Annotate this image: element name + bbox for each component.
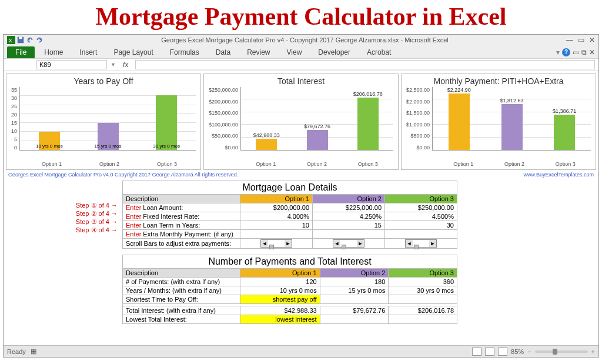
website-link[interactable]: www.BuyExcelTemplates.com: [523, 172, 594, 178]
table1-caption: Mortgage Loan Details: [122, 181, 457, 194]
zoom-in-button[interactable]: +: [591, 348, 595, 355]
status-ready: Ready: [7, 348, 26, 355]
cell-value[interactable]: $250,000.00: [385, 203, 457, 212]
cell-value: 180: [320, 278, 389, 286]
extra-payment-scrollbar[interactable]: ◄►: [260, 239, 292, 248]
cell-value[interactable]: 15: [313, 221, 385, 230]
cell-value: $206,016.78: [389, 306, 457, 315]
view-normal-button[interactable]: [472, 348, 481, 356]
scroll-right-icon[interactable]: ►: [429, 240, 436, 247]
chart-bar: $42,988.33: [256, 139, 277, 150]
view-page-break-button[interactable]: [498, 348, 507, 356]
worksheet-area: Years to Pay Off3530252015105010 yrs 0 m…: [4, 71, 598, 345]
tab-page-layout[interactable]: Page Layout: [106, 46, 160, 58]
tab-home[interactable]: Home: [37, 46, 70, 58]
cell-value: [320, 315, 389, 324]
ribbon-close-icon[interactable]: ✕: [589, 48, 595, 56]
copyright-text: Georges Excel Mortgage Calculator Pro v4…: [8, 172, 238, 178]
quick-access-toolbar: X: [7, 36, 44, 44]
tab-file[interactable]: File: [7, 46, 35, 58]
scroll-left-icon[interactable]: ◄: [261, 240, 268, 247]
row-label: # of Payments: (with extra if any): [123, 278, 240, 286]
name-box-dropdown-icon[interactable]: ▼: [111, 62, 116, 68]
cell-value[interactable]: [240, 230, 313, 239]
chart-bar: 30 yrs 0 mos: [156, 95, 177, 150]
svg-text:X: X: [9, 38, 12, 44]
cell-value[interactable]: $225,000.00: [313, 203, 385, 212]
view-page-layout-button[interactable]: [485, 348, 494, 356]
cell-value: $42,988.33: [240, 306, 320, 315]
close-icon[interactable]: ✕: [589, 36, 595, 44]
cell-value[interactable]: 30: [385, 221, 457, 230]
table-row: Enter Loan Amount:$200,000.00$225,000.00…: [123, 203, 457, 212]
help-icon[interactable]: ?: [562, 48, 570, 56]
scroll-right-icon[interactable]: ►: [357, 240, 364, 247]
chart-bar: 10 yrs 0 mos: [39, 132, 60, 150]
cell-value[interactable]: [313, 230, 385, 239]
undo-icon[interactable]: [26, 36, 34, 44]
save-icon[interactable]: [16, 36, 25, 44]
tab-acrobat[interactable]: Acrobat: [360, 46, 398, 58]
table-row: Enter Loan Term in Years:101530: [123, 221, 457, 230]
step-label: Step ④ of 4 →: [76, 226, 118, 234]
macro-icon[interactable]: ▦: [31, 348, 36, 355]
cell-value: [389, 295, 457, 304]
redo-icon[interactable]: [35, 36, 44, 44]
chart-bar: $206,016.78: [357, 98, 379, 150]
table-header: Option 2: [313, 195, 385, 203]
ribbon-tabs: File Home Insert Page Layout Formulas Da…: [4, 45, 598, 59]
title-bar: X Georges Excel Mortgage Calculator Pro …: [4, 35, 598, 45]
cell-value: lowest interest: [240, 315, 320, 324]
minimize-icon[interactable]: —: [566, 36, 573, 44]
scroll-left-icon[interactable]: ◄: [333, 240, 340, 247]
payments-interest-table: DescriptionOption 1Option 2Option 3# of …: [122, 268, 457, 324]
extra-payment-scrollbar[interactable]: ◄►: [405, 239, 437, 248]
table-row: Enter Extra Monthly Payment: (if any): [123, 230, 457, 239]
tab-developer[interactable]: Developer: [311, 46, 357, 58]
cell-value[interactable]: 4.000%: [240, 212, 313, 221]
excel-icon: X: [7, 36, 15, 44]
cell-value[interactable]: 4.250%: [313, 212, 385, 221]
chart-title: Years to Pay Off: [11, 76, 196, 86]
fx-icon[interactable]: fx: [119, 61, 132, 69]
zoom-out-button[interactable]: −: [527, 348, 531, 355]
cell-value[interactable]: 10: [240, 221, 313, 230]
table-header: Option 1: [240, 269, 320, 278]
ribbon-restore-icon[interactable]: ⧉: [581, 48, 587, 56]
ribbon-min-icon[interactable]: ▭: [573, 48, 579, 56]
scroll-left-icon[interactable]: ◄: [406, 240, 413, 247]
mortgage-details-table: DescriptionOption 1Option 2Option 3Enter…: [122, 194, 457, 249]
tab-review[interactable]: Review: [240, 46, 277, 58]
zoom-level: 85%: [511, 348, 524, 355]
row-label: Enter Extra Monthly Payment: (if any): [123, 230, 240, 239]
cell-value[interactable]: $200,000.00: [240, 203, 313, 212]
formula-input[interactable]: [135, 60, 595, 69]
row-label: Total Interest: (with extra if any): [123, 306, 240, 315]
formula-bar: K89 ▼ fx: [4, 59, 598, 71]
chart-bar: 15 yrs 0 mos: [98, 123, 119, 150]
cell-value: 30 yrs 0 mos: [389, 286, 457, 295]
chart-bar: $2,224.90: [449, 93, 470, 150]
cell-value[interactable]: [385, 230, 457, 239]
extra-payment-scrollbar[interactable]: ◄►: [333, 239, 364, 248]
tab-insert[interactable]: Insert: [72, 46, 104, 58]
zoom-slider[interactable]: [535, 350, 588, 353]
maximize-icon[interactable]: ▭: [578, 36, 584, 44]
cell-value: shortest pay off: [240, 295, 320, 304]
tab-formulas[interactable]: Formulas: [163, 46, 206, 58]
tab-data[interactable]: Data: [209, 46, 238, 58]
tab-view[interactable]: View: [280, 46, 309, 58]
table-row: Shortest Time to Pay Off:shortest pay of…: [123, 295, 457, 304]
row-label: Shortest Time to Pay Off:: [123, 295, 240, 304]
cell-value[interactable]: 4.500%: [385, 212, 457, 221]
chart-bar: $79,672.76: [307, 130, 328, 150]
row-label: Years / Months: (with extra if any): [123, 286, 240, 295]
ribbon-dropdown-icon[interactable]: ▾: [556, 48, 560, 56]
step-label: Step ② of 4 →: [76, 210, 118, 218]
chart-title: Total Interest: [209, 76, 393, 86]
excel-window: X Georges Excel Mortgage Calculator Pro …: [3, 34, 599, 358]
step-label: Step ① of 4 →: [76, 202, 118, 209]
chart-1: Total Interest$250,000.00$200,000.00$150…: [203, 74, 399, 170]
name-box[interactable]: K89: [36, 60, 107, 69]
scroll-right-icon[interactable]: ►: [285, 240, 292, 247]
